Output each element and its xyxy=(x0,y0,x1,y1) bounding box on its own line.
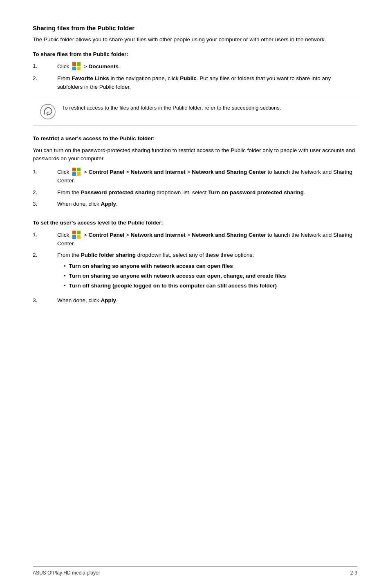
step-number: 2. xyxy=(33,189,57,197)
step-number: 1. xyxy=(33,62,57,70)
section3: To set the user's access level to the Pu… xyxy=(33,220,357,305)
step-content: From the Password protected sharing drop… xyxy=(57,189,357,197)
windows-start-icon xyxy=(72,167,81,176)
svg-rect-12 xyxy=(72,235,76,239)
network-sharing-center-label: Network and Sharing Center xyxy=(192,169,266,175)
section2-steps: 1. Click > Control Panel > Network and I… xyxy=(33,168,357,208)
documents-label: Documents xyxy=(88,63,119,70)
list-item: 2. From the Password protected sharing d… xyxy=(33,189,357,197)
page-title: Sharing files from the Public folder xyxy=(33,25,357,31)
note-box: To restrict access to the files and fold… xyxy=(33,98,357,126)
section2-heading: To restrict a user's access to the Publi… xyxy=(33,135,357,141)
list-item: 3. When done, click Apply. xyxy=(33,296,357,305)
public-label: Public xyxy=(180,75,197,81)
apply-label2: Apply xyxy=(101,297,117,303)
svg-rect-2 xyxy=(72,67,76,70)
step-content: Click > Control Panel > Network and Inte… xyxy=(57,168,357,185)
step-number: 2. xyxy=(33,251,57,259)
step-content: From Favorite Links in the navigation pa… xyxy=(57,74,357,91)
svg-rect-8 xyxy=(72,172,76,176)
favorite-links-label: Favorite Links xyxy=(72,75,109,81)
svg-point-5 xyxy=(47,114,47,115)
intro-text: The Public folder allows you to share yo… xyxy=(33,36,357,44)
option2-text: Turn on sharing so anyone with network a… xyxy=(69,272,286,280)
svg-rect-1 xyxy=(77,62,81,66)
section2-intro: You can turn on the password-protected s… xyxy=(33,146,357,163)
svg-rect-3 xyxy=(77,67,81,70)
step-content: Click > Documents. xyxy=(57,62,357,71)
note-icon xyxy=(39,103,56,120)
step-number: 2. xyxy=(33,74,57,83)
network-internet-label2: Network and Internet xyxy=(131,232,186,238)
svg-rect-6 xyxy=(72,168,76,171)
list-item: Turn off sharing (people logged on to th… xyxy=(57,282,357,290)
options-list: Turn on sharing so anyone with network a… xyxy=(57,262,357,290)
footer: ASUS O!Play HD media player 2-9 xyxy=(33,566,357,576)
option1-text: Turn on sharing so anyone with network a… xyxy=(69,262,233,270)
control-panel-label2: Control Panel xyxy=(88,232,124,238)
step-number: 1. xyxy=(33,231,57,239)
list-item: 1. Click > Control Panel > Network and I… xyxy=(33,168,357,185)
list-item: 1. Click > Control Panel > Network and I… xyxy=(33,231,357,248)
svg-rect-7 xyxy=(77,168,81,171)
step-content: Click > Control Panel > Network and Inte… xyxy=(57,231,357,248)
svg-rect-11 xyxy=(77,231,81,234)
footer-left: ASUS O!Play HD media player xyxy=(33,570,100,576)
list-item: 2. From the Public folder sharing dropdo… xyxy=(33,251,357,293)
svg-rect-10 xyxy=(72,231,76,234)
svg-rect-0 xyxy=(72,62,76,66)
network-sharing-center-label2: Network and Sharing Center xyxy=(192,232,266,238)
windows-start-icon xyxy=(72,62,81,71)
footer-right: 2-9 xyxy=(350,570,357,576)
section3-heading: To set the user's access level to the Pu… xyxy=(33,220,357,226)
note-text: To restrict access to the files and fold… xyxy=(62,103,281,112)
step-content: From the Public folder sharing dropdown … xyxy=(57,251,357,293)
page: Sharing files from the Public folder The… xyxy=(0,0,390,588)
password-protected-sharing-label: Password protected sharing xyxy=(81,189,155,195)
step-content: When done, click Apply. xyxy=(57,296,357,305)
list-item: 1. Click > Documents. xyxy=(33,62,357,71)
option3-text: Turn off sharing (people logged on to th… xyxy=(69,282,277,290)
step-number: 3. xyxy=(33,200,57,208)
step-number: 1. xyxy=(33,168,57,176)
section1-heading: To share files from the Public folder: xyxy=(33,51,357,57)
list-item: Turn on sharing so anyone with network a… xyxy=(57,262,357,270)
network-internet-label: Network and Internet xyxy=(131,169,186,175)
step-number: 3. xyxy=(33,296,57,305)
section1-steps: 1. Click > Documents. 2. From Favorite xyxy=(33,62,357,91)
public-folder-sharing-label: Public folder sharing xyxy=(81,252,136,258)
turn-on-password-label: Turn on password protected sharing xyxy=(208,189,304,195)
section2: To restrict a user's access to the Publi… xyxy=(33,135,357,208)
windows-start-icon xyxy=(72,230,81,239)
step-content: When done, click Apply. xyxy=(57,200,357,208)
list-item: 3. When done, click Apply. xyxy=(33,200,357,208)
list-item: Turn on sharing so anyone with network a… xyxy=(57,272,357,280)
apply-label: Apply xyxy=(101,201,117,207)
control-panel-label: Control Panel xyxy=(88,169,124,175)
list-item: 2. From Favorite Links in the navigation… xyxy=(33,74,357,91)
svg-rect-9 xyxy=(77,172,81,176)
section3-steps: 1. Click > Control Panel > Network and I… xyxy=(33,231,357,305)
svg-rect-13 xyxy=(77,235,81,239)
